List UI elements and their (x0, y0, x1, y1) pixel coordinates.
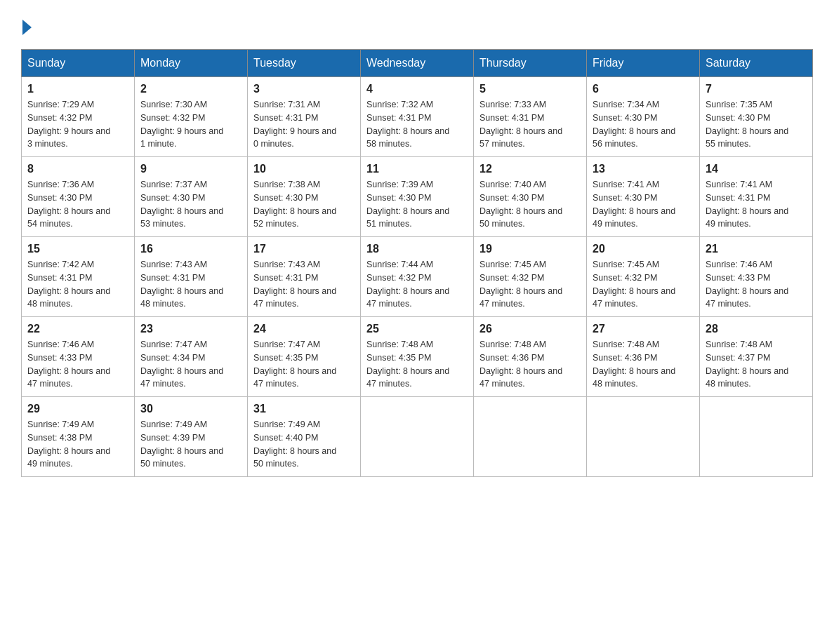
day-info: Sunrise: 7:35 AM Sunset: 4:30 PM Dayligh… (706, 98, 807, 151)
day-cell-29: 29 Sunrise: 7:49 AM Sunset: 4:38 PM Dayl… (22, 397, 135, 477)
weekday-header-row: SundayMondayTuesdayWednesdayThursdayFrid… (22, 50, 813, 77)
day-number: 7 (706, 83, 807, 95)
day-number: 11 (366, 163, 468, 175)
day-info: Sunrise: 7:41 AM Sunset: 4:30 PM Dayligh… (593, 178, 694, 231)
day-info: Sunrise: 7:47 AM Sunset: 4:34 PM Dayligh… (140, 338, 241, 391)
day-cell-6: 6 Sunrise: 7:34 AM Sunset: 4:30 PM Dayli… (587, 77, 700, 157)
day-number: 27 (593, 323, 694, 335)
day-info: Sunrise: 7:31 AM Sunset: 4:31 PM Dayligh… (253, 98, 355, 151)
day-info: Sunrise: 7:49 AM Sunset: 4:39 PM Dayligh… (140, 418, 241, 471)
day-info: Sunrise: 7:36 AM Sunset: 4:30 PM Dayligh… (27, 178, 128, 231)
day-number: 13 (593, 163, 694, 175)
weekday-header-monday: Monday (135, 50, 248, 77)
day-number: 31 (253, 403, 355, 415)
day-number: 2 (140, 83, 241, 95)
day-number: 24 (253, 323, 355, 335)
day-info: Sunrise: 7:43 AM Sunset: 4:31 PM Dayligh… (140, 258, 241, 311)
day-cell-30: 30 Sunrise: 7:49 AM Sunset: 4:39 PM Dayl… (135, 397, 248, 477)
day-cell-1: 1 Sunrise: 7:29 AM Sunset: 4:32 PM Dayli… (22, 77, 135, 157)
day-number: 20 (593, 243, 694, 255)
day-number: 17 (253, 243, 355, 255)
day-cell-27: 27 Sunrise: 7:48 AM Sunset: 4:36 PM Dayl… (587, 317, 700, 397)
day-info: Sunrise: 7:32 AM Sunset: 4:31 PM Dayligh… (366, 98, 468, 151)
day-number: 6 (593, 83, 694, 95)
empty-cell-w5d3 (361, 397, 474, 477)
day-info: Sunrise: 7:43 AM Sunset: 4:31 PM Dayligh… (253, 258, 355, 311)
day-cell-14: 14 Sunrise: 7:41 AM Sunset: 4:31 PM Dayl… (700, 157, 813, 237)
day-info: Sunrise: 7:33 AM Sunset: 4:31 PM Dayligh… (479, 98, 581, 151)
day-info: Sunrise: 7:40 AM Sunset: 4:30 PM Dayligh… (479, 178, 581, 231)
empty-cell-w5d5 (587, 397, 700, 477)
day-cell-31: 31 Sunrise: 7:49 AM Sunset: 4:40 PM Dayl… (248, 397, 361, 477)
day-number: 18 (366, 243, 468, 255)
day-number: 30 (140, 403, 241, 415)
weekday-header-tuesday: Tuesday (248, 50, 361, 77)
weekday-header-saturday: Saturday (700, 50, 813, 77)
day-info: Sunrise: 7:29 AM Sunset: 4:32 PM Dayligh… (27, 98, 128, 151)
logo (21, 21, 32, 35)
day-info: Sunrise: 7:39 AM Sunset: 4:30 PM Dayligh… (366, 178, 468, 231)
day-info: Sunrise: 7:30 AM Sunset: 4:32 PM Dayligh… (140, 98, 241, 151)
day-info: Sunrise: 7:42 AM Sunset: 4:31 PM Dayligh… (27, 258, 128, 311)
day-cell-18: 18 Sunrise: 7:44 AM Sunset: 4:32 PM Dayl… (361, 237, 474, 317)
weekday-header-sunday: Sunday (22, 50, 135, 77)
empty-cell-w5d4 (474, 397, 587, 477)
day-info: Sunrise: 7:37 AM Sunset: 4:30 PM Dayligh… (140, 178, 241, 231)
day-cell-20: 20 Sunrise: 7:45 AM Sunset: 4:32 PM Dayl… (587, 237, 700, 317)
day-cell-16: 16 Sunrise: 7:43 AM Sunset: 4:31 PM Dayl… (135, 237, 248, 317)
day-number: 16 (140, 243, 241, 255)
day-number: 25 (366, 323, 468, 335)
day-info: Sunrise: 7:49 AM Sunset: 4:40 PM Dayligh… (253, 418, 355, 471)
day-number: 21 (706, 243, 807, 255)
day-info: Sunrise: 7:41 AM Sunset: 4:31 PM Dayligh… (706, 178, 807, 231)
day-cell-10: 10 Sunrise: 7:38 AM Sunset: 4:30 PM Dayl… (248, 157, 361, 237)
day-info: Sunrise: 7:44 AM Sunset: 4:32 PM Dayligh… (366, 258, 468, 311)
day-number: 5 (479, 83, 581, 95)
day-info: Sunrise: 7:48 AM Sunset: 4:37 PM Dayligh… (706, 338, 807, 391)
day-info: Sunrise: 7:48 AM Sunset: 4:35 PM Dayligh… (366, 338, 468, 391)
day-cell-26: 26 Sunrise: 7:48 AM Sunset: 4:36 PM Dayl… (474, 317, 587, 397)
day-number: 3 (253, 83, 355, 95)
day-cell-28: 28 Sunrise: 7:48 AM Sunset: 4:37 PM Dayl… (700, 317, 813, 397)
day-cell-21: 21 Sunrise: 7:46 AM Sunset: 4:33 PM Dayl… (700, 237, 813, 317)
day-number: 1 (27, 83, 128, 95)
day-number: 23 (140, 323, 241, 335)
day-number: 9 (140, 163, 241, 175)
day-info: Sunrise: 7:45 AM Sunset: 4:32 PM Dayligh… (593, 258, 694, 311)
logo-text (21, 21, 32, 35)
day-cell-25: 25 Sunrise: 7:48 AM Sunset: 4:35 PM Dayl… (361, 317, 474, 397)
day-cell-19: 19 Sunrise: 7:45 AM Sunset: 4:32 PM Dayl… (474, 237, 587, 317)
day-cell-11: 11 Sunrise: 7:39 AM Sunset: 4:30 PM Dayl… (361, 157, 474, 237)
day-number: 26 (479, 323, 581, 335)
weekday-header-wednesday: Wednesday (361, 50, 474, 77)
day-number: 10 (253, 163, 355, 175)
week-row-3: 15 Sunrise: 7:42 AM Sunset: 4:31 PM Dayl… (22, 237, 813, 317)
day-info: Sunrise: 7:46 AM Sunset: 4:33 PM Dayligh… (706, 258, 807, 311)
day-number: 8 (27, 163, 128, 175)
day-info: Sunrise: 7:48 AM Sunset: 4:36 PM Dayligh… (479, 338, 581, 391)
day-info: Sunrise: 7:45 AM Sunset: 4:32 PM Dayligh… (479, 258, 581, 311)
empty-cell-w5d6 (700, 397, 813, 477)
day-number: 28 (706, 323, 807, 335)
week-row-1: 1 Sunrise: 7:29 AM Sunset: 4:32 PM Dayli… (22, 77, 813, 157)
day-info: Sunrise: 7:34 AM Sunset: 4:30 PM Dayligh… (593, 98, 694, 151)
week-row-4: 22 Sunrise: 7:46 AM Sunset: 4:33 PM Dayl… (22, 317, 813, 397)
week-row-5: 29 Sunrise: 7:49 AM Sunset: 4:38 PM Dayl… (22, 397, 813, 477)
day-number: 22 (27, 323, 128, 335)
weekday-header-thursday: Thursday (474, 50, 587, 77)
day-info: Sunrise: 7:49 AM Sunset: 4:38 PM Dayligh… (27, 418, 128, 471)
page-header (21, 14, 813, 35)
day-cell-17: 17 Sunrise: 7:43 AM Sunset: 4:31 PM Dayl… (248, 237, 361, 317)
day-cell-7: 7 Sunrise: 7:35 AM Sunset: 4:30 PM Dayli… (700, 77, 813, 157)
day-cell-3: 3 Sunrise: 7:31 AM Sunset: 4:31 PM Dayli… (248, 77, 361, 157)
day-number: 15 (27, 243, 128, 255)
day-info: Sunrise: 7:48 AM Sunset: 4:36 PM Dayligh… (593, 338, 694, 391)
day-number: 4 (366, 83, 468, 95)
day-number: 29 (27, 403, 128, 415)
day-info: Sunrise: 7:47 AM Sunset: 4:35 PM Dayligh… (253, 338, 355, 391)
day-info: Sunrise: 7:38 AM Sunset: 4:30 PM Dayligh… (253, 178, 355, 231)
day-cell-22: 22 Sunrise: 7:46 AM Sunset: 4:33 PM Dayl… (22, 317, 135, 397)
day-number: 14 (706, 163, 807, 175)
day-cell-23: 23 Sunrise: 7:47 AM Sunset: 4:34 PM Dayl… (135, 317, 248, 397)
day-cell-15: 15 Sunrise: 7:42 AM Sunset: 4:31 PM Dayl… (22, 237, 135, 317)
